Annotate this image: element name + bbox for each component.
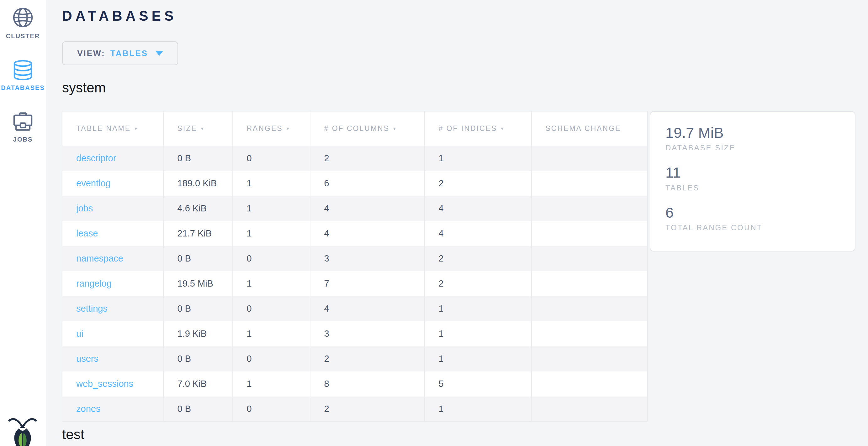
cell-ranges: 0 xyxy=(233,246,310,271)
cell-size: 0 B xyxy=(163,397,233,421)
cell-size: 189.0 KiB xyxy=(163,171,233,196)
column-header-of-indices[interactable]: # OF INDICES▾ xyxy=(425,111,531,146)
stat-value: 6 xyxy=(665,205,840,220)
table-name-link[interactable]: namespace xyxy=(76,253,123,264)
section-heading-system: system xyxy=(62,80,106,96)
cell-ranges: 1 xyxy=(233,372,310,397)
cell-indices: 1 xyxy=(425,397,531,421)
section-heading-test: test xyxy=(62,426,84,442)
sidebar-item-label: DATABASES xyxy=(1,84,44,92)
cell-columns: 4 xyxy=(310,196,425,221)
sidebar-item-databases[interactable]: DATABASES xyxy=(0,60,46,92)
table-row: jobs4.6 KiB144 xyxy=(62,196,648,221)
cell-schema-change xyxy=(531,321,648,346)
table-header-row: TABLE NAME▾SIZE▾RANGES▾# OF COLUMNS▾# OF… xyxy=(62,111,648,146)
table-name-link[interactable]: web_sessions xyxy=(76,379,133,389)
cell-schema-change xyxy=(531,271,648,296)
column-header-label: SIZE xyxy=(178,124,197,133)
chevron-down-icon xyxy=(156,51,163,56)
cell-ranges: 1 xyxy=(233,321,310,346)
stat-value: 11 xyxy=(665,165,840,180)
table-row: zones0 B021 xyxy=(62,397,648,421)
cell-size: 21.7 KiB xyxy=(163,221,233,246)
cell-name: zones xyxy=(62,397,163,421)
column-header-table-name[interactable]: TABLE NAME▾ xyxy=(62,111,163,146)
cell-columns: 4 xyxy=(310,221,425,246)
cell-columns: 3 xyxy=(310,321,425,346)
cell-ranges: 0 xyxy=(233,346,310,372)
cell-schema-change xyxy=(531,397,648,421)
cell-schema-change xyxy=(531,296,648,321)
table-name-link[interactable]: rangelog xyxy=(76,278,112,288)
cell-name: ui xyxy=(62,321,163,346)
cell-schema-change xyxy=(531,346,648,372)
view-selector-value: TABLES xyxy=(111,48,148,58)
sidebar-item-jobs[interactable]: JOBS xyxy=(0,111,46,143)
cell-name: settings xyxy=(62,296,163,321)
cell-ranges: 0 xyxy=(233,296,310,321)
column-header-ranges[interactable]: RANGES▾ xyxy=(233,111,310,146)
cell-size: 0 B xyxy=(163,346,233,372)
cell-indices: 1 xyxy=(425,296,531,321)
column-header-label: TABLE NAME xyxy=(76,124,131,133)
cell-schema-change xyxy=(531,372,648,397)
table-name-link[interactable]: descriptor xyxy=(76,153,116,163)
stat-tables: 11 TABLES xyxy=(665,165,840,192)
cell-schema-change xyxy=(531,221,648,246)
cell-schema-change xyxy=(531,196,648,221)
cell-name: users xyxy=(62,346,163,372)
cell-name: lease xyxy=(62,221,163,246)
cell-indices: 2 xyxy=(425,271,531,296)
table-row: ui1.9 KiB131 xyxy=(62,321,648,346)
globe-icon xyxy=(11,6,34,29)
table-name-link[interactable]: zones xyxy=(76,404,100,414)
sidebar-item-label: CLUSTER xyxy=(6,33,40,40)
cockroach-logo-icon[interactable] xyxy=(8,417,37,446)
cell-size: 0 B xyxy=(163,146,233,171)
view-selector-label: VIEW: xyxy=(77,48,105,58)
stat-label: TABLES xyxy=(665,183,840,192)
cell-columns: 2 xyxy=(310,146,425,171)
database-summary-card: 19.7 MiB DATABASE SIZE 11 TABLES 6 TOTAL… xyxy=(650,111,856,251)
cell-columns: 2 xyxy=(310,397,425,421)
cell-indices: 2 xyxy=(425,171,531,196)
sidebar: CLUSTER DATABASES JOBS xyxy=(0,0,46,446)
cell-columns: 2 xyxy=(310,346,425,372)
sort-arrow-icon: ▾ xyxy=(393,126,397,131)
table-row: lease21.7 KiB144 xyxy=(62,221,648,246)
cell-size: 1.9 KiB xyxy=(163,321,233,346)
sidebar-item-cluster[interactable]: CLUSTER xyxy=(0,6,46,40)
table-row: rangelog19.5 MiB172 xyxy=(62,271,648,296)
column-header-size[interactable]: SIZE▾ xyxy=(163,111,233,146)
databases-icon xyxy=(12,60,33,80)
table-name-link[interactable]: settings xyxy=(76,304,107,313)
cell-size: 0 B xyxy=(163,246,233,271)
stat-database-size: 19.7 MiB DATABASE SIZE xyxy=(665,125,840,152)
cell-indices: 5 xyxy=(425,372,531,397)
cell-indices: 4 xyxy=(425,196,531,221)
cell-schema-change xyxy=(531,246,648,271)
table-row: settings0 B041 xyxy=(62,296,648,321)
table-name-link[interactable]: jobs xyxy=(76,203,93,213)
cell-indices: 2 xyxy=(425,246,531,271)
cell-columns: 3 xyxy=(310,246,425,271)
stat-label: TOTAL RANGE COUNT xyxy=(665,223,840,232)
cell-columns: 6 xyxy=(310,171,425,196)
cell-size: 19.5 MiB xyxy=(163,271,233,296)
table-name-link[interactable]: lease xyxy=(76,228,98,238)
stat-label: DATABASE SIZE xyxy=(665,143,840,152)
cell-size: 4.6 KiB xyxy=(163,196,233,221)
table-row: users0 B021 xyxy=(62,346,648,372)
cell-ranges: 1 xyxy=(233,196,310,221)
table-row: web_sessions7.0 KiB185 xyxy=(62,372,648,397)
cell-name: eventlog xyxy=(62,171,163,196)
system-tables-table: TABLE NAME▾SIZE▾RANGES▾# OF COLUMNS▾# OF… xyxy=(62,111,648,421)
table-name-link[interactable]: users xyxy=(76,354,98,364)
view-selector-dropdown[interactable]: VIEW: TABLES xyxy=(62,41,178,65)
column-header-of-columns[interactable]: # OF COLUMNS▾ xyxy=(310,111,425,146)
table-name-link[interactable]: ui xyxy=(76,329,84,339)
cell-size: 0 B xyxy=(163,296,233,321)
cell-indices: 1 xyxy=(425,346,531,372)
column-header-schema-change: SCHEMA CHANGE xyxy=(531,111,648,146)
table-name-link[interactable]: eventlog xyxy=(76,178,111,188)
